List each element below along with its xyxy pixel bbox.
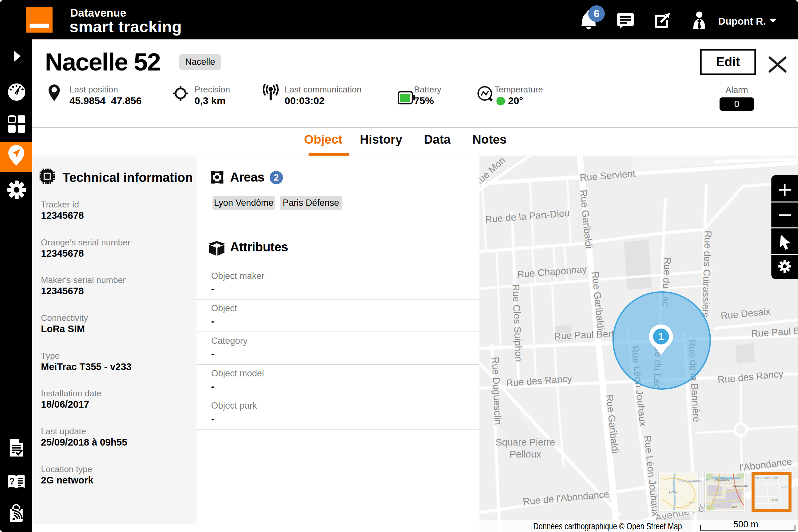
svg-text:6: 6 <box>593 8 599 20</box>
svg-text:VILLEURBANNE: VILLEURBANNE <box>755 476 779 480</box>
svg-text:?: ? <box>9 476 15 487</box>
svg-text:Données carthographique © Open: Données carthographique © Open Street Ma… <box>533 521 682 531</box>
svg-text:Bron: Bron <box>732 506 737 508</box>
svg-text:1: 1 <box>658 331 664 342</box>
svg-text:Bron: Bron <box>690 501 695 504</box>
svg-text:Villeurbanne: Villeurbanne <box>715 478 730 481</box>
svg-text:Square Pierre: Square Pierre <box>496 437 555 448</box>
svg-text:Pelloux: Pelloux <box>509 449 541 459</box>
svg-text:LYON: LYON <box>669 491 678 494</box>
svg-text:LA CÔTE: LA CÔTE <box>781 486 790 489</box>
svg-text:VILLEURBANNE: VILLEURBANNE <box>684 480 702 482</box>
svg-text:Vaulx-en-Velin: Vaulx-en-Velin <box>733 485 748 487</box>
svg-text:Bron: Bron <box>772 498 778 501</box>
svg-text:500 m: 500 m <box>733 519 758 529</box>
